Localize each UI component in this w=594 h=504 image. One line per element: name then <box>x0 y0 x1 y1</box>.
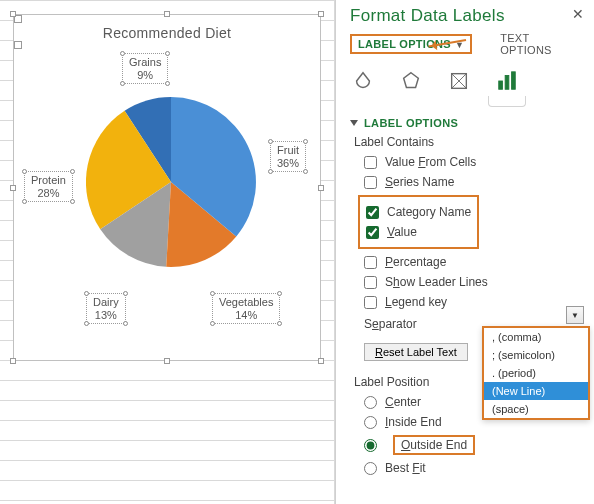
svg-rect-3 <box>512 72 516 89</box>
dropdown-toggle-icon[interactable]: ▼ <box>566 306 584 324</box>
size-icon[interactable] <box>446 68 472 97</box>
dd-item-period[interactable]: . (period) <box>484 364 588 382</box>
svg-rect-2 <box>505 76 509 90</box>
pane-title: Format Data Labels <box>350 6 584 26</box>
checkbox-legend-key[interactable]: Legend key <box>364 295 584 309</box>
spreadsheet-grid: Recommended Diet Grains9% Fruit36% <box>0 0 335 504</box>
close-pane-button[interactable]: ✕ <box>566 6 590 22</box>
data-label-protein[interactable]: Protein28% <box>24 171 73 202</box>
checkbox-value[interactable]: Value <box>366 225 471 239</box>
data-label-grains[interactable]: Grains9% <box>122 53 168 84</box>
checkbox-show-leader-lines[interactable]: Show Leader Lines <box>364 275 584 289</box>
dd-item-newline[interactable]: (New Line) <box>484 382 588 400</box>
format-data-labels-pane: ✕ Format Data Labels LABEL OPTIONS TEXT … <box>335 0 594 504</box>
dd-item-semicolon[interactable]: ; (semicolon) <box>484 346 588 364</box>
svg-rect-1 <box>499 81 503 89</box>
section-label-options[interactable]: LABEL OPTIONS <box>350 117 584 129</box>
reset-label-text-button[interactable]: Reset Label Text <box>364 343 468 361</box>
fill-icon[interactable] <box>350 68 376 97</box>
chart-object[interactable]: Recommended Diet Grains9% Fruit36% <box>13 14 321 361</box>
dd-item-comma[interactable]: , (comma) <box>484 328 588 346</box>
checkbox-value-from-cells[interactable]: Value From Cells <box>364 155 584 169</box>
label-contains-heading: Label Contains <box>354 135 584 149</box>
dd-item-space[interactable]: (space) <box>484 400 588 418</box>
radio-best-fit[interactable]: Best Fit <box>364 461 584 475</box>
checkbox-percentage[interactable]: Percentage <box>364 255 584 269</box>
format-icon-tabs <box>350 68 584 103</box>
pie-chart[interactable] <box>86 97 256 267</box>
tab-label-options[interactable]: LABEL OPTIONS <box>350 34 472 54</box>
radio-outside-end[interactable]: Outside End <box>364 435 584 455</box>
separator-label: Separator <box>364 317 417 331</box>
checkbox-category-name[interactable]: Category Name <box>366 205 471 219</box>
effects-icon[interactable] <box>398 68 424 97</box>
chart-options-icon[interactable] <box>494 68 520 97</box>
data-label-vegetables[interactable]: Vegetables14% <box>212 293 280 324</box>
separator-dropdown[interactable]: ▼ , (comma) ; (semicolon) . (period) (Ne… <box>482 326 590 420</box>
chart-title[interactable]: Recommended Diet <box>14 25 320 41</box>
checkbox-series-name[interactable]: Series Name <box>364 175 584 189</box>
data-label-dairy[interactable]: Dairy13% <box>86 293 126 324</box>
collapse-icon <box>350 120 358 126</box>
data-label-fruit[interactable]: Fruit36% <box>270 141 306 172</box>
tab-text-options[interactable]: TEXT OPTIONS <box>500 32 584 56</box>
